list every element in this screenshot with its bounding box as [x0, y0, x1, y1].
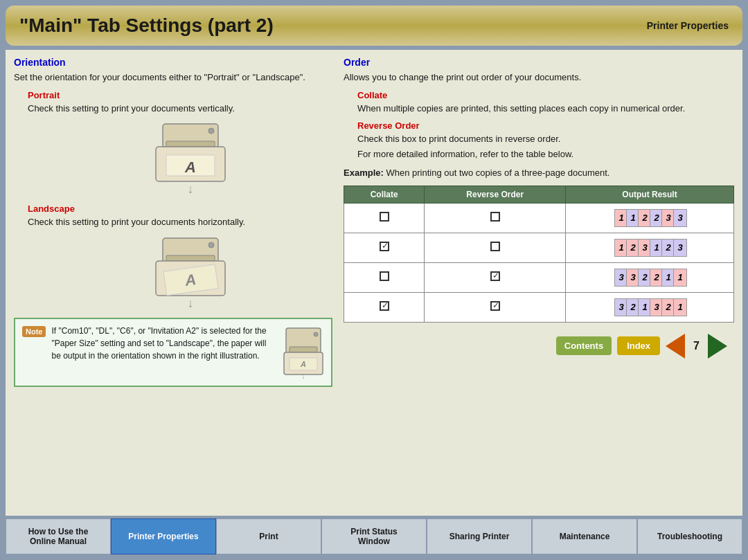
reverse-order-text1: Check this box to print documents in rev… — [357, 132, 734, 146]
page-title: "Main" Tab Settings (part 2) — [19, 15, 274, 37]
checkbox-checked — [380, 242, 389, 251]
output-cell-2: 1 2 3 1 2 3 — [566, 233, 734, 262]
bottom-nav: How to Use theOnline Manual Printer Prop… — [6, 518, 742, 554]
svg-point-2 — [208, 128, 214, 134]
page-card: 1 — [673, 298, 687, 316]
note-badge: Note — [22, 326, 46, 337]
collate-cell-1 — [344, 203, 425, 233]
note-printer-illustration: A ↓ — [283, 325, 324, 380]
portrait-text: Check this setting to print your documen… — [28, 102, 332, 116]
svg-point-9 — [208, 242, 214, 248]
reverse-cell-1 — [425, 203, 566, 233]
svg-rect-1 — [166, 141, 215, 147]
output-cell-3: 3 3 2 2 1 1 — [566, 262, 734, 292]
contents-button[interactable]: Contents — [556, 336, 612, 355]
col-reverse: Reverse Order — [425, 186, 566, 203]
table-row: 1 1 2 2 3 3 — [344, 203, 734, 233]
collate-cell-4 — [344, 292, 425, 322]
reverse-order-text2: For more detailed information, refer to … — [357, 147, 734, 161]
col-collate: Collate — [344, 186, 425, 203]
collate-title: Collate — [357, 90, 734, 100]
orientation-title: Orientation — [14, 57, 332, 68]
note-box: Note If "Com10", "DL", "C6", or "Invitat… — [14, 318, 332, 387]
page-card: 3 — [673, 239, 687, 257]
reverse-cell-3 — [425, 262, 566, 292]
landscape-printer-illustration: A ↓ — [145, 235, 235, 311]
svg-text:A: A — [300, 360, 306, 368]
output-cell-4: 3 2 1 3 2 1 — [566, 292, 734, 322]
svg-point-16 — [314, 332, 318, 336]
back-button[interactable] — [666, 334, 685, 359]
right-panel: Order Allows you to change the print out… — [344, 57, 734, 509]
index-button[interactable]: Index — [617, 336, 660, 355]
page-card: 1 — [673, 269, 687, 287]
svg-text:A: A — [184, 159, 196, 176]
page-container: "Main" Tab Settings (part 2) Printer Pro… — [0, 0, 748, 560]
nav-label-printer-properties: Printer Properties — [128, 532, 198, 541]
orientation-text: Set the orientation for your documents e… — [14, 71, 332, 84]
main-body: Orientation Set the orientation for your… — [6, 50, 742, 516]
collate-cell-3 — [344, 262, 425, 292]
portrait-title: Portrait — [28, 90, 332, 100]
nav-label-how-to-use: How to Use theOnline Manual — [28, 527, 89, 546]
output-cell-1: 1 1 2 2 3 3 — [566, 203, 734, 233]
nav-item-troubleshooting[interactable]: Troubleshooting — [637, 518, 742, 554]
order-table: Collate Reverse Order Output Result — [344, 186, 734, 323]
checkbox-checked — [380, 301, 389, 311]
checkbox-unchecked — [380, 271, 389, 281]
example-label: Example: — [344, 168, 384, 178]
nav-item-printer-properties[interactable]: Printer Properties — [111, 518, 216, 554]
table-row: 1 2 3 1 2 3 — [344, 233, 734, 262]
nav-label-sharing-printer: Sharing Printer — [449, 532, 510, 541]
checkbox-unchecked — [380, 212, 389, 222]
table-row: 3 2 1 3 2 1 — [344, 292, 734, 322]
checkbox-unchecked — [490, 212, 500, 222]
table-row: 3 3 2 2 1 1 — [344, 262, 734, 292]
nav-label-maintenance: Maintenance — [560, 532, 610, 541]
collate-text: When multiple copies are printed, this s… — [357, 102, 734, 116]
checkbox-checked — [490, 301, 500, 311]
header-subtitle: Printer Properties — [647, 20, 729, 31]
svg-rect-15 — [290, 347, 317, 352]
checkbox-checked — [490, 271, 500, 281]
checkbox-unchecked — [490, 242, 500, 251]
svg-text:↓: ↓ — [302, 372, 305, 380]
svg-text:A: A — [183, 271, 197, 289]
nav-controls: Contents Index 7 — [344, 329, 734, 363]
nav-label-print-status: Print StatusWindow — [350, 527, 397, 546]
nav-item-print[interactable]: Print — [216, 518, 321, 554]
forward-button[interactable] — [708, 334, 727, 359]
left-panel: Orientation Set the orientation for your… — [14, 57, 332, 509]
svg-rect-8 — [166, 255, 215, 261]
collate-cell-2 — [344, 233, 425, 262]
reverse-cell-2 — [425, 233, 566, 262]
nav-label-troubleshooting: Troubleshooting — [657, 532, 722, 541]
order-title: Order — [344, 57, 734, 68]
note-text: If "Com10", "DL", "C6", or "Invitation A… — [51, 325, 277, 362]
col-output: Output Result — [566, 186, 734, 203]
reverse-cell-4 — [425, 292, 566, 322]
header-bar: "Main" Tab Settings (part 2) Printer Pro… — [6, 6, 742, 46]
nav-item-sharing-printer[interactable]: Sharing Printer — [427, 518, 532, 554]
order-text: Allows you to change the print out order… — [344, 71, 734, 84]
portrait-printer-illustration: A ↓ — [145, 120, 235, 197]
example-content: When printing out two copies of a three-… — [386, 168, 609, 178]
landscape-text: Check this setting to print your documen… — [28, 215, 332, 229]
example-text: Example: When printing out two copies of… — [344, 166, 734, 180]
svg-text:↓: ↓ — [188, 182, 194, 196]
nav-item-how-to-use[interactable]: How to Use theOnline Manual — [6, 518, 111, 554]
page-card: 3 — [673, 209, 687, 227]
page-number: 7 — [693, 340, 700, 352]
nav-item-maintenance[interactable]: Maintenance — [532, 518, 637, 554]
nav-label-print: Print — [259, 532, 278, 541]
reverse-order-title: Reverse Order — [357, 120, 734, 131]
nav-item-print-status[interactable]: Print StatusWindow — [321, 518, 427, 554]
landscape-title: Landscape — [28, 204, 332, 214]
svg-text:↓: ↓ — [188, 296, 194, 310]
